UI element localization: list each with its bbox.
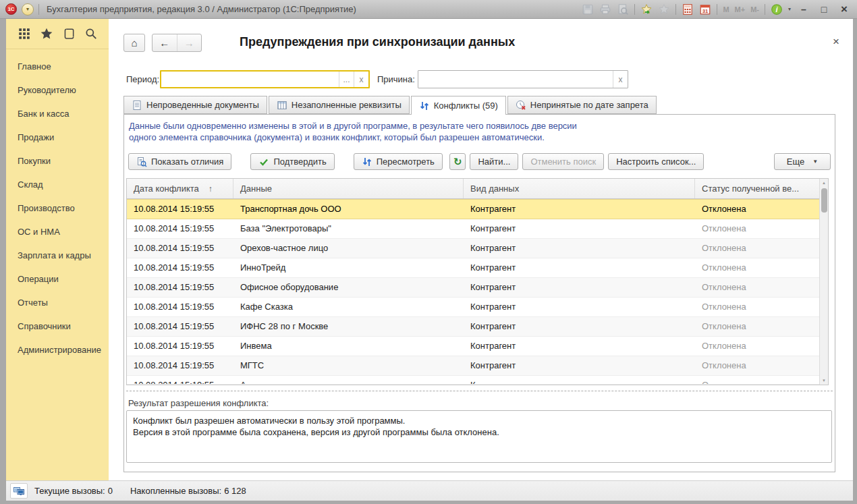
find-button[interactable]: Найти... [470, 153, 518, 170]
reason-field: x [418, 70, 628, 88]
table-row[interactable]: 10.08.2014 15:19:55Транспортная дочь ООО… [127, 199, 819, 219]
refresh-icon: ↻ [453, 157, 462, 167]
info-caret-icon[interactable]: ▾ [788, 6, 791, 12]
tab-unfilled-attributes[interactable]: Незаполненные реквизиты [269, 96, 410, 114]
show-differences-button[interactable]: Показать отличия [128, 153, 231, 170]
cell-data: А [233, 376, 464, 384]
accumulated-calls-label: Накопленные вызовы: [130, 486, 221, 496]
sidebar-item[interactable]: Зарплата и кадры [6, 244, 109, 267]
reason-clear-button[interactable]: x [613, 71, 628, 88]
cell-kind: Контрагент [464, 239, 695, 258]
tab-rejected-by-date[interactable]: Непринятые по дате запрета [507, 96, 657, 114]
period-clear-button[interactable]: x [354, 72, 368, 87]
vertical-scrollbar[interactable]: ▲ ▼ [819, 179, 828, 385]
sidebar-item[interactable]: Руководителю [6, 78, 109, 102]
period-input[interactable] [161, 72, 339, 87]
sections-menu-icon[interactable] [18, 27, 31, 40]
tab-conflicts[interactable]: Конфликты (59) [411, 96, 506, 115]
tab-label: Непринятые по дате запрета [530, 100, 648, 110]
titlebar-separator [765, 4, 765, 15]
sidebar-item[interactable]: Производство [6, 196, 109, 220]
table-row[interactable]: 10.08.2014 15:19:55МГТСКонтрагентОтклоне… [127, 356, 819, 376]
cell-date: 10.08.2014 15:19:55 [127, 356, 233, 375]
sidebar-item[interactable]: ОС и НМА [6, 220, 109, 244]
period-label: Период: [126, 70, 159, 88]
result-text-area[interactable]: Конфликт был разрешен автоматически в по… [126, 410, 832, 463]
cell-date: 10.08.2014 15:19:55 [127, 337, 233, 356]
cell-kind: Контрагент [464, 219, 695, 238]
tab-label: Непроведенные документы [146, 100, 259, 110]
favorites-icon[interactable] [658, 3, 670, 16]
toolbar: Показать отличия Подтвердить Пересмотрет… [128, 153, 831, 170]
sidebar-item[interactable]: Администрирование [6, 338, 109, 362]
sidebar-item[interactable]: Продажи [6, 125, 109, 149]
cell-date: 10.08.2014 15:19:55 [127, 317, 233, 336]
forward-button[interactable]: → [177, 34, 202, 51]
table-row[interactable]: 10.08.2014 15:19:55База "Электротовары"К… [127, 219, 819, 239]
configure-list-button[interactable]: Настроить список... [608, 153, 704, 170]
home-button[interactable]: ⌂ [123, 34, 145, 52]
scroll-down-icon[interactable]: ▼ [820, 379, 828, 383]
more-button[interactable]: Еще ▼ [774, 153, 831, 170]
table-row[interactable]: 10.08.2014 15:19:55ИФНС 28 по г МосквеКо… [127, 317, 819, 337]
sidebar-item[interactable]: Главное [6, 55, 109, 78]
info-icon[interactable]: i [771, 3, 783, 16]
cell-date: 10.08.2014 15:19:55 [127, 239, 233, 258]
column-header-date[interactable]: Дата конфликта ↑ [127, 179, 233, 198]
sidebar-item[interactable]: Операции [6, 267, 109, 291]
sidebar-item[interactable]: Покупки [6, 149, 109, 173]
table-row[interactable]: 10.08.2014 15:19:55ИнвемаКонтрагентОткло… [127, 337, 819, 356]
titlebar: 1С ▾ Бухгалтерия предприятия, редакция 3… [0, 0, 857, 19]
period-choose-button[interactable]: ... [339, 72, 354, 87]
sidebar-item[interactable]: Банк и касса [6, 102, 109, 125]
print-icon[interactable] [599, 3, 611, 16]
cell-status: Отклонена [695, 219, 819, 238]
accumulated-calls-value: 6 128 [224, 486, 246, 496]
memory-m-minus-button[interactable]: M- [750, 5, 759, 13]
add-favorite-icon[interactable] [640, 3, 653, 16]
calendar-icon[interactable]: 31 [699, 3, 711, 16]
tab-label: Незаполненные реквизиты [292, 100, 402, 110]
favorites-panel-icon[interactable] [40, 27, 53, 40]
conflicts-panel: Данные были одновременно изменены в этой… [123, 114, 835, 472]
sidebar-item[interactable]: Справочники [6, 314, 109, 338]
system-menu-button[interactable]: ▾ [22, 3, 34, 16]
calculator-icon[interactable] [682, 3, 694, 16]
review-icon [362, 157, 372, 167]
form-close-icon[interactable]: × [833, 36, 839, 47]
refresh-button[interactable]: ↻ [449, 153, 466, 170]
maximize-button[interactable]: □ [817, 3, 831, 16]
current-calls-value: 0 [108, 486, 113, 496]
close-button[interactable]: × [837, 3, 852, 16]
cancel-search-button[interactable]: Отменить поиск [522, 153, 604, 170]
table-row[interactable]: 10.08.2014 15:19:55Офисное оборудованиеК… [127, 278, 819, 298]
sidebar-item[interactable]: Склад [6, 173, 109, 196]
history-icon[interactable] [62, 27, 76, 40]
cell-status: Отклонена [695, 298, 819, 316]
review-button[interactable]: Пересмотреть [354, 153, 443, 170]
column-header-data[interactable]: Данные [233, 179, 464, 198]
table-row[interactable]: 10.08.2014 15:19:55Кафе СказкаКонтрагент… [127, 298, 819, 317]
confirm-button[interactable]: Подтвердить [250, 153, 334, 170]
search-icon[interactable] [84, 27, 98, 40]
back-button[interactable]: ← [153, 34, 177, 51]
table-row[interactable]: 10.08.2014 15:19:55ИнноТрейдКонтрагентОт… [127, 258, 819, 278]
tab-unposted-documents[interactable]: Непроведенные документы [123, 96, 267, 114]
memory-m-plus-button[interactable]: M+ [735, 5, 746, 13]
reason-input[interactable] [418, 71, 613, 88]
scrollbar-thumb[interactable] [821, 188, 827, 213]
table-row[interactable]: 10.08.2014 15:19:55АКО [127, 376, 819, 385]
scroll-up-icon[interactable]: ▲ [820, 181, 828, 185]
table-row[interactable]: 10.08.2014 15:19:55Орехов-частное лицоКо… [127, 239, 819, 258]
memory-m-button[interactable]: M [723, 5, 729, 13]
splitter-handle[interactable] [126, 391, 833, 393]
cell-date: 10.08.2014 15:19:55 [127, 258, 233, 277]
nav-history-group: ← → [152, 34, 202, 52]
column-header-status[interactable]: Статус полученной ве... [695, 179, 819, 198]
minimize-button[interactable]: – [796, 3, 811, 16]
cell-kind: Контрагент [464, 258, 695, 277]
sidebar-item[interactable]: Отчеты [6, 291, 109, 314]
print-preview-icon[interactable] [617, 3, 629, 16]
save-icon[interactable] [582, 3, 594, 16]
column-header-kind[interactable]: Вид данных [464, 179, 695, 198]
